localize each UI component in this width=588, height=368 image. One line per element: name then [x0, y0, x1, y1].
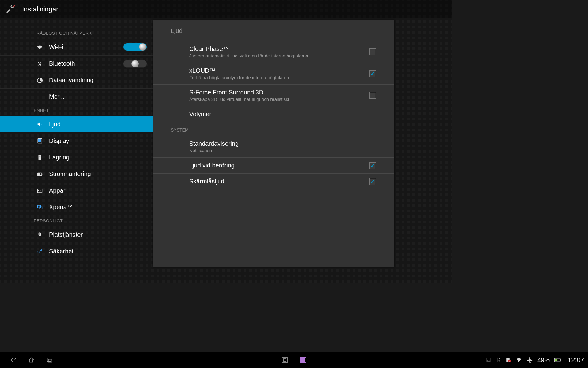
sidebar-item-label: Dataanvändning [49, 77, 94, 84]
app-title: Inställningar [22, 5, 58, 13]
bluetooth-toggle[interactable] [123, 60, 147, 68]
settings-sidebar: TRÅDLÖST OCH NÄTVERK Wi-Fi Bluetooth Dat… [0, 18, 153, 267]
sidebar-item-more[interactable]: Mer... [0, 88, 153, 105]
section-header-device: ENHET [0, 105, 153, 116]
data-usage-icon [36, 77, 43, 84]
sidebar-item-wifi[interactable]: Wi-Fi [0, 39, 153, 55]
storage-icon [36, 154, 43, 161]
svg-rect-10 [38, 190, 39, 191]
svg-rect-3 [39, 155, 41, 160]
sidebar-item-datausage[interactable]: Dataanvändning [0, 72, 153, 88]
svg-rect-11 [40, 190, 40, 191]
display-icon [36, 137, 43, 144]
sidebar-item-label: Display [49, 137, 69, 144]
lock-sound-checkbox[interactable] [369, 178, 376, 185]
section-header-personal: PERSONLIGT [0, 215, 153, 226]
svg-point-14 [38, 251, 40, 253]
sidebar-item-location[interactable]: Platstjänster [0, 226, 153, 243]
setting-name: Skärmlåsljud [189, 178, 369, 185]
sforce-checkbox[interactable] [369, 92, 376, 99]
apps-icon [36, 187, 43, 194]
panel-title: Ljud [153, 20, 394, 41]
section-header-wireless: TRÅDLÖST OCH NÄTVERK [0, 28, 153, 39]
setting-desc: Förbättra högtalarvolym för de interna h… [189, 75, 369, 80]
setting-name: S-Force Front Surround 3D [189, 89, 369, 96]
wifi-icon [36, 43, 43, 51]
sidebar-item-label: Säkerhet [49, 248, 74, 255]
setting-lock-sound[interactable]: Skärmlåsljud [153, 174, 394, 189]
sidebar-item-label: Lagring [49, 154, 70, 161]
setting-volumes[interactable]: Volymer [153, 106, 394, 122]
xloud-checkbox[interactable] [369, 70, 376, 77]
sidebar-item-label: Appar [49, 187, 65, 194]
xperia-icon [36, 204, 43, 211]
svg-rect-5 [40, 156, 41, 156]
setting-xloud[interactable]: xLOUD™ Förbättra högtalarvolym för de in… [153, 63, 394, 85]
sound-icon [36, 121, 43, 128]
settings-icon [6, 4, 17, 14]
app-bar: Inställningar [0, 0, 452, 18]
setting-clearphase[interactable]: Clear Phase™ Justera automatiskt ljudkva… [153, 41, 394, 63]
sidebar-item-storage[interactable]: Lagring [0, 149, 153, 166]
touch-sounds-checkbox[interactable] [369, 162, 376, 169]
sidebar-item-bluetooth[interactable]: Bluetooth [0, 55, 153, 72]
setting-name: Standardavisering [189, 140, 376, 147]
security-icon [36, 248, 43, 255]
sidebar-item-sound[interactable]: Ljud [0, 116, 153, 132]
sidebar-item-label: Bluetooth [49, 60, 75, 67]
sidebar-item-display[interactable]: Display [0, 132, 153, 149]
svg-rect-7 [42, 173, 43, 175]
sidebar-item-label: Platstjänster [49, 231, 83, 238]
sound-settings-panel: Ljud Clear Phase™ Justera automatiskt lj… [153, 20, 394, 267]
sidebar-item-apps[interactable]: Appar [0, 182, 153, 199]
setting-default-notification[interactable]: Standardavisering Notification [153, 136, 394, 158]
setting-desc: Justera automatiskt ljudkvaliteten för d… [189, 53, 369, 58]
svg-rect-2 [38, 139, 41, 142]
sidebar-item-label: Strömhantering [49, 171, 91, 178]
svg-rect-4 [39, 156, 40, 156]
setting-name: Volymer [189, 111, 376, 118]
sidebar-item-label: Xperia™ [49, 204, 73, 211]
setting-desc: Notification [189, 148, 376, 153]
sidebar-item-security[interactable]: Säkerhet [0, 243, 153, 259]
sidebar-item-xperia[interactable]: Xperia™ [0, 199, 153, 215]
section-header-system: SYSTEM [153, 122, 394, 136]
setting-desc: Återskapa 3D ljud virtuellt, naturligt o… [189, 97, 369, 102]
power-icon [36, 171, 43, 178]
wifi-toggle[interactable] [123, 43, 147, 51]
setting-touch-sounds[interactable]: Ljud vid beröring [153, 158, 394, 174]
bluetooth-icon [36, 60, 43, 67]
sidebar-item-label: Mer... [49, 93, 64, 100]
svg-rect-8 [38, 173, 40, 175]
location-icon [36, 231, 43, 238]
clearphase-checkbox[interactable] [369, 48, 376, 55]
setting-name: Clear Phase™ [189, 45, 369, 52]
sidebar-item-label: Wi-Fi [49, 44, 63, 51]
setting-name: xLOUD™ [189, 67, 369, 74]
setting-name: Ljud vid beröring [189, 162, 369, 169]
sidebar-item-power[interactable]: Strömhantering [0, 166, 153, 182]
sidebar-item-label: Ljud [49, 121, 61, 128]
setting-sforce[interactable]: S-Force Front Surround 3D Återskapa 3D l… [153, 85, 394, 106]
